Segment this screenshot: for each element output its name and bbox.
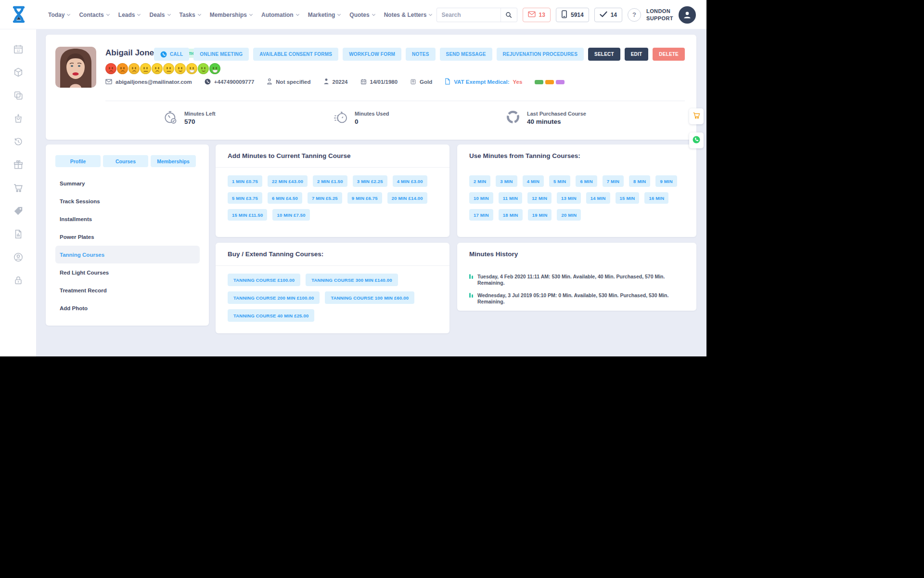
nav-menu-item[interactable]: Deals (149, 12, 170, 18)
copy-icon[interactable] (13, 90, 24, 101)
buy-course-button[interactable]: TANNING COURSE 100 MIN £60.00 (325, 291, 414, 304)
mood-face-icon[interactable] (163, 63, 174, 74)
profile-menu-item[interactable]: Summary (55, 174, 200, 192)
nav-menu-item[interactable]: Notes & Letters (384, 12, 432, 18)
add-minutes-button[interactable]: 4 MIN £3.00 (393, 175, 427, 187)
use-minutes-button[interactable]: 11 MIN (499, 192, 522, 204)
use-minutes-button[interactable]: 19 MIN (528, 209, 552, 221)
nav-menu-item[interactable]: Leads (118, 12, 141, 18)
use-minutes-button[interactable]: 4 MIN (523, 175, 544, 187)
customer-action-button[interactable]: NOTES (406, 48, 435, 61)
customer-action-button[interactable]: SELECT (588, 48, 620, 61)
mood-face-icon[interactable] (152, 63, 163, 74)
customer-action-button[interactable]: SEND MESSAGE (440, 48, 492, 61)
buy-course-button[interactable]: TANNING COURSE 300 MIN £140.00 (306, 274, 398, 286)
buy-course-button[interactable]: TANNING COURSE 200 MIN £100.00 (228, 291, 320, 304)
tasks-badge[interactable]: 14 (594, 8, 622, 22)
nav-menu-item[interactable]: Contacts (79, 12, 109, 18)
mood-face-icon[interactable] (140, 63, 151, 74)
buy-course-button[interactable]: TANNING COURSE 40 MIN £25.00 (228, 309, 314, 322)
use-minutes-button[interactable]: 3 MIN (496, 175, 517, 187)
use-minutes-button[interactable]: 15 MIN (616, 192, 640, 204)
buy-course-button[interactable]: TANNING COURSE £100.00 (228, 274, 300, 286)
use-minutes-button[interactable]: 9 MIN (655, 175, 677, 187)
customer-action-button[interactable]: CALL (154, 48, 189, 61)
help-icon[interactable]: ? (628, 8, 641, 22)
use-minutes-button[interactable]: 10 MIN (469, 192, 493, 204)
history-icon[interactable] (13, 136, 24, 147)
use-minutes-button[interactable]: 6 MIN (576, 175, 597, 187)
mood-face-icon[interactable] (128, 63, 140, 74)
profile-tab[interactable]: Profile (55, 155, 101, 167)
profile-menu-item[interactable]: Red Light Courses (55, 263, 200, 281)
mood-face-icon[interactable] (117, 63, 128, 74)
customer-action-button[interactable]: DELETE (653, 48, 685, 61)
calendar-icon[interactable]: 12 (13, 44, 24, 54)
add-minutes-button[interactable]: 2 MIN £1.50 (313, 175, 347, 187)
use-minutes-button[interactable]: 18 MIN (499, 209, 523, 221)
add-minutes-button[interactable]: 1 MIN £0.75 (228, 175, 262, 187)
nav-menu-item[interactable]: Quotes (349, 12, 374, 18)
report-icon[interactable] (13, 229, 24, 239)
use-minutes-button[interactable]: 2 MIN (469, 175, 490, 187)
nav-menu-item[interactable]: Tasks (180, 12, 201, 18)
gift-icon[interactable] (13, 159, 24, 170)
nav-menu-item[interactable]: Memberships (210, 12, 252, 18)
tag-chip[interactable] (556, 80, 565, 84)
add-minutes-button[interactable]: 5 MIN £3.75 (228, 192, 262, 204)
profile-menu-item[interactable]: Treatment Record (55, 281, 200, 299)
use-minutes-button[interactable]: 14 MIN (586, 192, 610, 204)
nav-menu-item[interactable]: Automation (261, 12, 299, 18)
add-minutes-button[interactable]: 10 MIN £7.50 (272, 209, 309, 221)
mood-face-icon[interactable] (186, 63, 197, 74)
customer-action-button[interactable]: REJUVENATION PROCEDURES (497, 48, 584, 61)
profile-menu-item[interactable]: Track Sessions (55, 192, 200, 210)
profile-tab[interactable]: Memberships (151, 155, 196, 167)
mood-face-icon[interactable] (198, 63, 209, 74)
use-minutes-button[interactable]: 7 MIN (603, 175, 624, 187)
customer-photo[interactable] (55, 47, 96, 88)
floating-whatsapp-button[interactable] (689, 132, 704, 148)
search-input[interactable] (437, 12, 500, 18)
package-icon[interactable] (13, 67, 24, 78)
add-minutes-button[interactable]: 20 MIN £14.00 (387, 192, 427, 204)
add-minutes-button[interactable]: 22 MIN £43.00 (268, 175, 308, 187)
cart-icon[interactable] (13, 183, 24, 193)
tag-chip[interactable] (535, 80, 543, 84)
floating-cart-button[interactable] (689, 108, 704, 124)
messages-badge[interactable]: 13 (523, 8, 551, 22)
mood-face-icon[interactable] (175, 63, 186, 74)
profile-tab[interactable]: Courses (103, 155, 148, 167)
app-logo-icon[interactable] (8, 3, 30, 26)
customer-action-button[interactable]: ONLINE MEETING (193, 48, 249, 61)
price-tag-icon[interactable] (13, 206, 24, 216)
use-minutes-button[interactable]: 5 MIN (549, 175, 570, 187)
use-minutes-button[interactable]: 16 MIN (644, 192, 668, 204)
customer-action-button[interactable]: AVAILABLE CONSENT FORMS (253, 48, 338, 61)
use-minutes-button[interactable]: 12 MIN (527, 192, 552, 204)
search-icon[interactable] (500, 8, 517, 22)
customer-action-button[interactable]: WORKFLOW FORM (343, 48, 401, 61)
profile-menu-item[interactable]: Tanning Courses (55, 246, 200, 263)
use-minutes-button[interactable]: 20 MIN (557, 209, 581, 221)
nav-menu-item[interactable]: Today (48, 12, 70, 18)
profile-menu-item[interactable]: Power Plates (55, 228, 200, 246)
shopping-bag-icon[interactable] (13, 113, 24, 124)
lock-icon[interactable] (13, 275, 24, 286)
account-icon[interactable] (13, 252, 24, 263)
mood-face-icon[interactable] (209, 63, 220, 74)
add-minutes-button[interactable]: 3 MIN £2.25 (353, 175, 387, 187)
profile-menu-item[interactable]: Add Photo (55, 299, 200, 317)
user-avatar[interactable] (679, 6, 696, 24)
tag-chip[interactable] (545, 80, 554, 84)
add-minutes-button[interactable]: 7 MIN £5.25 (308, 192, 342, 204)
customer-action-button[interactable]: EDIT (625, 48, 649, 61)
use-minutes-button[interactable]: 8 MIN (629, 175, 650, 187)
profile-menu-item[interactable]: Installments (55, 210, 200, 228)
use-minutes-button[interactable]: 17 MIN (469, 209, 493, 221)
mood-face-icon[interactable] (105, 63, 116, 74)
calls-badge[interactable]: 5914 (556, 8, 589, 22)
nav-menu-item[interactable]: Marketing (308, 12, 341, 18)
add-minutes-button[interactable]: 9 MIN £6.75 (347, 192, 382, 204)
add-minutes-button[interactable]: 6 MIN £4.50 (268, 192, 302, 204)
